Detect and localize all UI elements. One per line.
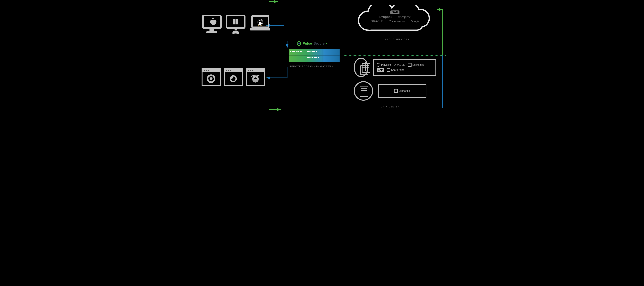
svg-point-24 bbox=[208, 70, 209, 71]
apple-imac-icon bbox=[202, 14, 222, 35]
svg-point-3 bbox=[212, 18, 214, 19]
brand-sap-dc: SAP bbox=[377, 68, 384, 72]
svg-point-36 bbox=[248, 70, 249, 71]
svg-point-18 bbox=[258, 25, 260, 26]
server-cluster-icon bbox=[354, 58, 368, 77]
client-devices bbox=[202, 14, 271, 35]
cloud-brand-labels: SAP Dropbox salesforce ORACLE Cisco Webe… bbox=[354, 10, 436, 24]
svg-rect-4 bbox=[226, 16, 245, 28]
svg-rect-11 bbox=[250, 28, 270, 31]
svg-point-16 bbox=[259, 21, 260, 21]
linux-laptop-icon bbox=[249, 14, 271, 35]
datacenter-apps-box-2: Exchange bbox=[378, 84, 426, 98]
brand-exchange: Exchange bbox=[408, 63, 424, 67]
svg-point-23 bbox=[206, 70, 207, 71]
brand-polycom: Polycom bbox=[377, 63, 391, 67]
brand-google: Google bbox=[411, 20, 419, 23]
brand-dropbox: Dropbox bbox=[379, 15, 392, 19]
cloud-services-group: SAP Dropbox salesforce ORACLE Cisco Webe… bbox=[354, 5, 436, 37]
pulse-secure-mark-icon bbox=[297, 41, 301, 46]
diagram-canvas: Pulse Secure • REMOTE ACCESS VPN GATEWAY… bbox=[198, 0, 446, 111]
ie-browser-icon bbox=[246, 68, 265, 86]
pulse-secure-logo: Pulse Secure • bbox=[297, 41, 327, 46]
vpn-gateway-appliance bbox=[289, 49, 340, 62]
svg-rect-6 bbox=[233, 19, 236, 22]
svg-point-31 bbox=[230, 70, 231, 71]
brand-oracle: ORACLE bbox=[370, 20, 383, 23]
brand-salesforce: salesforce bbox=[398, 15, 410, 19]
chrome-browser-icon bbox=[202, 68, 220, 86]
svg-point-37 bbox=[250, 70, 251, 71]
logo-word-secure: Secure bbox=[314, 42, 324, 46]
gateway-chassis-icon bbox=[289, 49, 340, 62]
svg-rect-5 bbox=[234, 28, 237, 31]
svg-point-17 bbox=[261, 21, 261, 21]
brand-sap: SAP bbox=[390, 11, 400, 14]
client-browsers bbox=[202, 68, 265, 86]
svg-rect-7 bbox=[236, 19, 238, 22]
gateway-caption: REMOTE ACCESS VPN GATEWAY bbox=[290, 65, 334, 68]
datacenter-caption: DATA CENTER bbox=[381, 105, 400, 108]
svg-point-22 bbox=[204, 70, 205, 71]
windows-monitor-icon bbox=[225, 14, 246, 35]
svg-point-19 bbox=[261, 25, 263, 26]
svg-point-30 bbox=[228, 70, 229, 71]
cloud-caption: CLOUD SERVICES bbox=[385, 38, 409, 41]
brand-exchange-2: Exchange bbox=[394, 89, 410, 93]
datacenter-apps-box-1: Polycom ORACLE Exchange SAP SharePoint bbox=[373, 59, 436, 76]
datacenter-group: Polycom ORACLE Exchange SAP SharePoint E… bbox=[354, 58, 436, 105]
svg-rect-8 bbox=[233, 22, 236, 25]
svg-rect-9 bbox=[236, 22, 238, 25]
svg-point-38 bbox=[252, 70, 253, 71]
brand-webex: Cisco Webex bbox=[389, 20, 406, 23]
svg-rect-2 bbox=[206, 32, 218, 33]
svg-rect-1 bbox=[210, 29, 214, 32]
dotted-divider bbox=[343, 55, 446, 56]
svg-point-29 bbox=[226, 70, 227, 71]
logo-word-pulse: Pulse bbox=[303, 42, 312, 46]
single-server-icon bbox=[354, 81, 373, 101]
firefox-browser-icon bbox=[224, 68, 243, 86]
brand-oracle-dc: ORACLE bbox=[394, 63, 405, 67]
brand-sharepoint: SharePoint bbox=[386, 68, 404, 72]
